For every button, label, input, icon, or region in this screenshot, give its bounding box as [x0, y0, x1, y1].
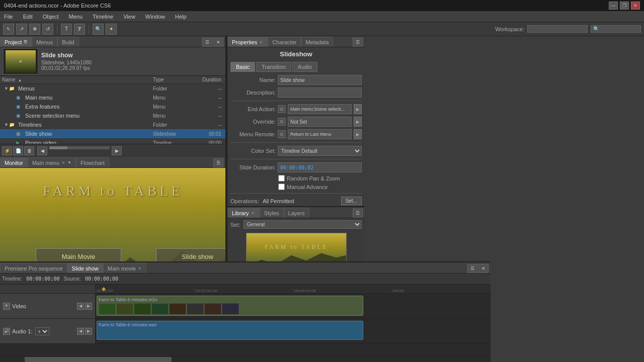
tool-rotate[interactable]: ↺	[42, 24, 53, 35]
restore-button[interactable]: ❐	[620, 2, 629, 10]
tab-menus[interactable]: Menus	[32, 37, 57, 47]
scroll-track[interactable]	[49, 146, 110, 149]
properties-panel-menu[interactable]: ☰	[353, 38, 363, 47]
menu-edit[interactable]: Edit	[21, 13, 35, 21]
prop-set-button[interactable]: Set...	[341, 197, 362, 205]
tree-row-extra-features[interactable]: ▣ Extra features Menu --	[0, 102, 225, 111]
prop-value-end-action[interactable]: Main menu:Scene selecti...	[288, 104, 352, 114]
project-panel-menu[interactable]: ☰	[202, 38, 212, 47]
prop-check-random-pan[interactable]	[278, 175, 285, 182]
track-audio-btn-next[interactable]: ▶	[85, 328, 92, 335]
monitor-panel-menu[interactable]: ☰	[213, 158, 223, 167]
main-menu-dropdown-icon[interactable]: ▼	[67, 160, 71, 165]
workspace-select[interactable]	[527, 25, 588, 33]
prop-select-color-set[interactable]: Timeline Default	[278, 146, 362, 156]
menu-window[interactable]: Window	[143, 13, 167, 21]
playhead-marker[interactable]	[102, 285, 106, 293]
timeline-scrollbar[interactable]	[0, 356, 491, 362]
tree-item-slide-show: Slide show	[25, 131, 153, 137]
prop-tab-transition[interactable]: Transition	[256, 62, 291, 72]
tab-properties[interactable]: Properties ✕	[227, 37, 268, 47]
tab-character[interactable]: Character	[268, 37, 301, 47]
tool-vertical-text[interactable]: T̷	[74, 24, 85, 35]
tree-row-menus-folder[interactable]: ▼ 📁 Menus Folder --	[0, 84, 225, 93]
prop-input-description[interactable]	[278, 87, 362, 98]
library-close[interactable]: ✕	[251, 211, 255, 216]
end-action-arrow[interactable]: ▶	[354, 104, 362, 114]
audio-lang-select[interactable]: en	[35, 327, 49, 335]
menu-remote-arrow[interactable]: ▶	[354, 129, 362, 139]
main-movie-tab-close[interactable]: ✕	[138, 266, 142, 271]
tree-row-promo-video[interactable]: ▶ Promo video Timeline 00:00	[0, 138, 225, 144]
tree-type-timelines: Folder	[153, 122, 193, 128]
audio-visibility-toggle[interactable]: 🔊	[3, 328, 10, 335]
timeline-tab-main-movie[interactable]: Main movie ✕	[103, 263, 146, 273]
tool-select[interactable]: ↖	[3, 24, 14, 35]
new-item-button[interactable]: 📄	[13, 146, 23, 155]
tab-library[interactable]: Library ✕	[227, 208, 260, 218]
tool-zoom[interactable]: 🔍	[93, 24, 104, 35]
tab-flowchart[interactable]: Flowchart	[76, 157, 109, 167]
properties-close[interactable]: ✕	[259, 40, 263, 45]
toggle-timelines[interactable]: ▼	[4, 122, 9, 127]
tree-row-timelines-folder[interactable]: ▼ 📁 Timelines Folder --	[0, 120, 225, 129]
nav-forward[interactable]: ▶	[112, 146, 122, 155]
tl-value-time[interactable]: 00:00:00;00	[26, 276, 59, 282]
tree-row-slide-show[interactable]: ▦ Slide show Slideshow 00:01	[0, 129, 225, 138]
prop-tab-basic[interactable]: Basic	[230, 62, 255, 72]
project-panel-close[interactable]: ✕	[213, 38, 223, 47]
prop-input-name[interactable]	[278, 75, 362, 85]
minimize-button[interactable]: —	[609, 2, 618, 10]
timeline-scrollbar-thumb[interactable]	[25, 357, 172, 362]
monitor-panel-tabs: Monitor Main menu ✕ ▼ Flowchart ☰	[0, 157, 225, 168]
ruler-mark-2: 00:05:41:08	[293, 289, 392, 293]
tree-row-scene-selection[interactable]: ▣ Scene selection menu Menu --	[0, 111, 225, 120]
prop-check-manual-advance[interactable]	[278, 184, 285, 190]
timeline-panel-menu[interactable]: ☰	[467, 264, 477, 273]
timeline-tab-slideshow[interactable]: Slide show	[67, 263, 103, 273]
delete-button[interactable]: 🗑	[24, 146, 34, 155]
track-video-btn-prev[interactable]: ◀	[77, 303, 84, 310]
tab-main-menu[interactable]: Main menu ✕ ▼	[28, 157, 76, 167]
menu-view[interactable]: View	[121, 13, 137, 21]
video-visibility-toggle[interactable]: 👁	[3, 303, 10, 310]
menu-help[interactable]: Help	[173, 13, 189, 21]
prop-value-override[interactable]: Not Set	[288, 117, 352, 127]
menu-object[interactable]: Object	[41, 13, 61, 21]
menu-remote-icon: ⊙	[278, 130, 286, 138]
prop-input-slide-duration[interactable]	[278, 162, 362, 172]
toggle-menus[interactable]: ▼	[4, 86, 9, 91]
track-audio-btn-prev[interactable]: ◀	[77, 328, 84, 335]
tool-move[interactable]: ✥	[29, 24, 40, 35]
tab-monitor[interactable]: Monitor	[0, 157, 28, 167]
close-button[interactable]: ✕	[631, 2, 640, 10]
menu-menu[interactable]: Menu	[67, 13, 85, 21]
prop-value-menu-remote[interactable]: Return to Last Menu	[288, 129, 352, 139]
nav-back[interactable]: ◀	[37, 146, 47, 155]
main-menu-tab-close[interactable]: ✕	[61, 160, 65, 165]
override-arrow[interactable]: ▶	[354, 117, 362, 127]
library-set-select[interactable]: General	[244, 220, 362, 229]
timeline-tab-premiere[interactable]: Premiere Pro sequence	[0, 263, 67, 273]
tl-value-source[interactable]: 00:00:00;00	[85, 276, 118, 282]
project-tree[interactable]: ▼ 📁 Menus Folder -- ▣ Main menu Menu --	[0, 84, 225, 144]
audio-clip[interactable]: Farm to Table-6 minutes.wav	[97, 321, 363, 340]
tab-styles[interactable]: Styles	[260, 208, 284, 218]
tab-layers[interactable]: Layers	[284, 208, 309, 218]
video-clip[interactable]: Farm to Table-6 minutes.m2v	[97, 296, 363, 316]
tab-project[interactable]: Project ☰	[0, 37, 32, 47]
timeline-panel-close[interactable]: ✕	[478, 264, 489, 273]
prop-tab-audio[interactable]: Audio	[292, 62, 317, 72]
tab-build[interactable]: Build	[57, 37, 78, 47]
track-video-btn-next[interactable]: ▶	[85, 303, 92, 310]
tool-direct-select[interactable]: ↗	[16, 24, 27, 35]
tool-text[interactable]: T	[61, 24, 72, 35]
search-input[interactable]	[591, 25, 641, 33]
menu-file[interactable]: File	[2, 13, 15, 21]
library-panel-menu[interactable]: ☰	[353, 209, 363, 218]
filter-button[interactable]: ⚡	[2, 146, 12, 155]
tool-extra[interactable]: ✦	[106, 24, 117, 35]
tab-metadata[interactable]: Metadata	[301, 37, 333, 47]
menu-timeline[interactable]: Timeline	[91, 13, 115, 21]
tree-row-main-menu[interactable]: ▣ Main menu Menu --	[0, 93, 225, 102]
